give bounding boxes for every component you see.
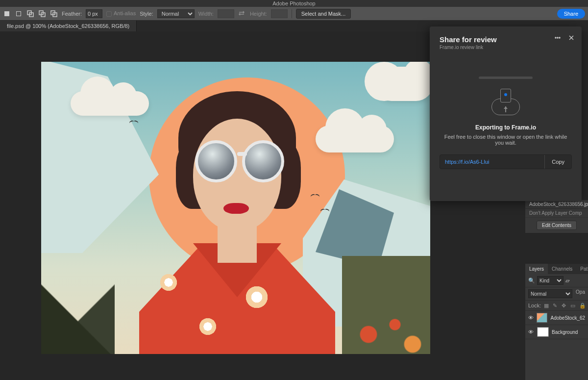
svg-point-6 bbox=[555, 37, 556, 38]
feather-label: Feather: bbox=[62, 11, 82, 17]
blend-mode-select[interactable]: Normal bbox=[528, 289, 572, 298]
tab-layers[interactable]: Layers bbox=[525, 264, 548, 274]
share-link-row: https://f.io/As6-Llui Copy bbox=[440, 154, 572, 169]
select-and-mask-button[interactable]: Select and Mask... bbox=[296, 9, 351, 19]
edit-contents-button[interactable]: Edit Contents bbox=[537, 221, 577, 230]
new-selection-icon[interactable] bbox=[15, 10, 23, 18]
marquee-tool-icon[interactable] bbox=[3, 10, 11, 18]
layer-thumbnail[interactable] bbox=[537, 327, 549, 337]
feather-input[interactable] bbox=[86, 9, 102, 18]
cloud-upload-icon bbox=[491, 89, 520, 115]
export-progress-bar bbox=[479, 76, 533, 79]
lock-all-icon[interactable]: 🔒 bbox=[579, 303, 585, 308]
filter-pixel-icon[interactable]: ▱ bbox=[565, 278, 569, 284]
intersect-selection-icon[interactable] bbox=[50, 10, 58, 18]
layer-thumbnail[interactable] bbox=[537, 313, 547, 323]
layer-row[interactable]: 👁 AdobeStock_626 bbox=[525, 311, 588, 325]
share-button[interactable]: Share bbox=[557, 9, 585, 19]
document-tab[interactable]: file.psd @ 100% (AdobeStock_626338656, R… bbox=[0, 21, 137, 31]
canvas-image[interactable] bbox=[41, 62, 430, 354]
copy-link-button[interactable]: Copy bbox=[544, 155, 571, 169]
width-label: Width: bbox=[198, 11, 214, 17]
subtract-selection-icon[interactable] bbox=[38, 10, 46, 18]
swap-dimensions-icon bbox=[238, 10, 246, 18]
share-url[interactable]: https://f.io/As6-Llui bbox=[440, 155, 544, 169]
svg-point-8 bbox=[559, 37, 560, 38]
options-bar: Feather: Anti-alias Style: Normal Width:… bbox=[0, 7, 588, 21]
visibility-icon[interactable]: 👁 bbox=[528, 329, 534, 335]
style-label: Style: bbox=[140, 11, 153, 17]
layer-name[interactable]: Background bbox=[552, 329, 578, 335]
layer-comp-select[interactable]: Don't Apply Layer Comp bbox=[529, 210, 582, 216]
linked-file-name: AdobeStock_626338656.jpeg bbox=[529, 202, 588, 207]
export-message: Feel free to close this window or open t… bbox=[440, 134, 572, 146]
width-input bbox=[218, 9, 234, 18]
height-label: Height: bbox=[250, 11, 267, 17]
share-panel-title: Share for review bbox=[440, 35, 572, 44]
share-review-panel: Share for review Frame.io review link Ex… bbox=[430, 26, 582, 201]
add-selection-icon[interactable] bbox=[26, 10, 34, 18]
lock-artboard-icon[interactable]: ▭ bbox=[570, 303, 576, 308]
style-select[interactable]: Normal bbox=[157, 9, 195, 18]
lock-label: Lock: bbox=[528, 303, 541, 308]
filter-icon[interactable]: 🔍 bbox=[528, 278, 535, 284]
antialias-checkbox bbox=[106, 11, 112, 17]
tab-paths[interactable]: Paths bbox=[576, 264, 588, 274]
layers-panel: Layers Channels Paths 🔍 Kind ▱ Normal Op… bbox=[525, 264, 588, 380]
opacity-label: Opa bbox=[576, 289, 585, 298]
visibility-icon[interactable]: 👁 bbox=[528, 315, 534, 321]
lock-pixels-icon[interactable]: ✎ bbox=[553, 303, 559, 308]
export-heading: Exporting to Frame.io bbox=[440, 124, 572, 131]
antialias-label: Anti-alias bbox=[114, 10, 136, 16]
svg-point-7 bbox=[557, 37, 558, 38]
close-icon[interactable] bbox=[568, 34, 575, 41]
height-input bbox=[271, 9, 288, 18]
lock-transparency-icon[interactable]: ▦ bbox=[544, 303, 550, 308]
kind-filter[interactable]: Kind bbox=[537, 276, 564, 285]
tab-channels[interactable]: Channels bbox=[548, 264, 576, 274]
lock-position-icon[interactable]: ✥ bbox=[562, 303, 567, 308]
layer-name[interactable]: AdobeStock_626 bbox=[550, 315, 585, 321]
share-panel-subtitle: Frame.io review link bbox=[440, 45, 572, 50]
more-options-icon[interactable] bbox=[554, 34, 561, 41]
layer-row[interactable]: 👁 Background bbox=[525, 325, 588, 339]
app-titlebar: Adobe Photoshop bbox=[0, 0, 588, 7]
properties-panel: AdobeStock_626338656.jpeg Don't Apply La… bbox=[525, 200, 588, 233]
